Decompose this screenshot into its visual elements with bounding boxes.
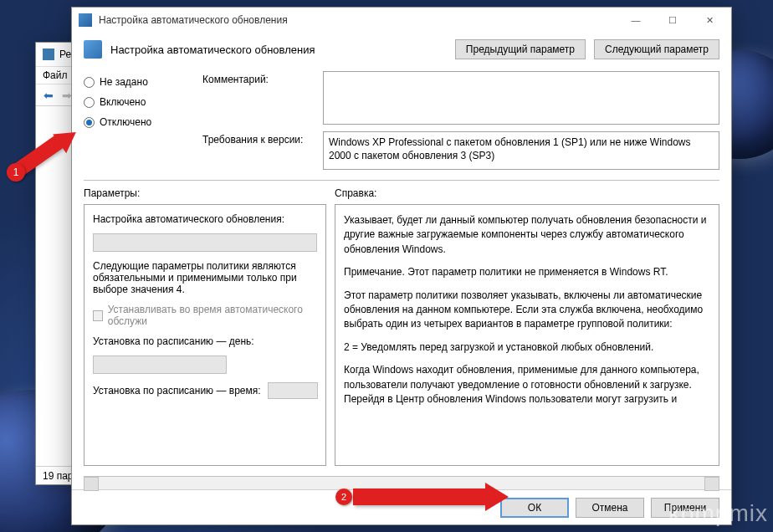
help-p5: Когда Windows находит обновления, примен… (344, 363, 710, 407)
schedule-time-combo (268, 382, 318, 399)
schedule-time-label: Установка по расписанию — время: (93, 385, 261, 396)
radio-label: Отключено (100, 116, 151, 128)
app-icon (43, 49, 54, 60)
comment-label: Комментарий: (202, 71, 311, 85)
dialog-title: Настройка автоматического обновления (99, 14, 617, 26)
watermark: kompmix (668, 500, 768, 527)
schedule-day-combo (93, 356, 227, 374)
requirements-box: Windows XP Professional с пакетом обновл… (323, 131, 719, 170)
radio-not-configured[interactable]: Не задано (84, 76, 177, 88)
radio-icon (84, 97, 95, 108)
back-window-title: Ре (59, 49, 71, 60)
maximize-button[interactable]: ☐ (654, 8, 691, 32)
titlebar: Настройка автоматического обновления — ☐… (72, 8, 731, 33)
menu-file[interactable]: Файл (43, 69, 68, 81)
parameters-panel: Настройка автоматического обновления: Сл… (84, 204, 326, 466)
annotation-badge-1: 1 (7, 163, 25, 182)
nav-back-icon[interactable]: ⬅ (41, 88, 56, 103)
help-panel[interactable]: Указывает, будет ли данный компьютер пол… (335, 204, 719, 466)
policy-setting-dialog: Настройка автоматического обновления — ☐… (71, 7, 732, 525)
schedule-day-label: Установка по расписанию — день: (93, 335, 317, 347)
help-p4: 2 = Уведомлять перед загрузкой и установ… (344, 340, 710, 355)
radio-enabled[interactable]: Включено (84, 96, 177, 108)
minimize-button[interactable]: — (617, 8, 654, 32)
comment-textarea[interactable] (323, 71, 719, 125)
dialog-heading: Настройка автоматического обновления (110, 43, 447, 56)
radio-label: Не задано (100, 76, 148, 88)
annotation-arrow-1: 1 (3, 113, 95, 197)
install-maintenance-checkbox (93, 310, 103, 321)
help-label: Справка: (335, 187, 376, 199)
radio-icon (84, 77, 95, 88)
close-button[interactable]: ✕ (691, 8, 728, 32)
annotation-arrow-2: 2 (335, 478, 535, 512)
radio-label: Включено (100, 96, 146, 108)
radio-disabled[interactable]: Отключено (84, 116, 177, 128)
help-p2: Примечание. Этот параметр политики не пр… (344, 265, 710, 279)
setting-name: Настройка автоматического обновления: (93, 213, 317, 225)
next-setting-button[interactable]: Следующий параметр (594, 39, 719, 59)
help-p1: Указывает, будет ли данный компьютер пол… (344, 213, 710, 257)
annotation-badge-2: 2 (335, 489, 352, 505)
checkbox-label: Устанавливать во время автоматического о… (108, 304, 317, 327)
previous-setting-button[interactable]: Предыдущий параметр (455, 39, 586, 59)
dialog-app-icon (79, 13, 92, 27)
help-p3: Этот параметр политики позволяет указыва… (344, 289, 710, 332)
policy-icon (84, 40, 102, 59)
cancel-button[interactable]: Отмена (576, 498, 644, 518)
divider (84, 180, 719, 181)
requirements-label: Требования к версии: (202, 131, 311, 146)
update-config-combo (93, 233, 317, 252)
parameters-label: Параметры: (84, 187, 335, 199)
params-note: Следующие параметры политики являются об… (93, 260, 317, 295)
